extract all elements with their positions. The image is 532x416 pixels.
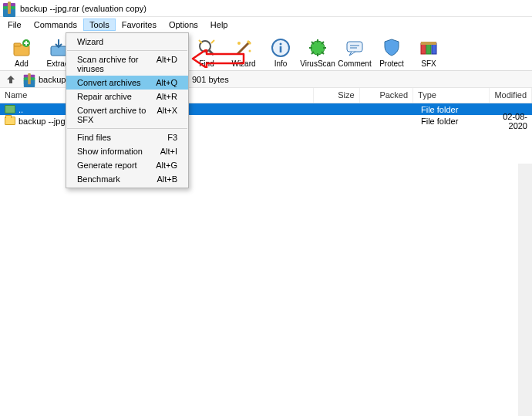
info-icon [270, 37, 291, 59]
comment-icon [344, 37, 365, 59]
tools-dropdown: Wizard Scan archive for virusesAlt+D Con… [66, 32, 189, 188]
list-item-type: File folder [416, 117, 493, 126]
menu-separator [67, 50, 187, 51]
comment-label: Comment [338, 59, 371, 68]
wizard-icon [233, 37, 254, 59]
virusscan-button[interactable]: VirusScan [299, 37, 336, 68]
window-title: backup --jpg.rar (evaluation copy) [20, 4, 146, 13]
protect-button[interactable]: Protect [373, 37, 410, 68]
menu-scan-viruses[interactable]: Scan archive for virusesAlt+D [66, 52, 188, 76]
list-item-modified: 02-08-2020 [493, 112, 532, 130]
menu-file[interactable]: File [2, 19, 28, 31]
find-label: Find [199, 59, 214, 68]
list-item-name: .. [19, 105, 23, 114]
col-size-header[interactable]: Size [314, 88, 360, 103]
vertical-scrollbar[interactable] [518, 164, 532, 416]
menu-convert-archives[interactable]: Convert archivesAlt+Q [66, 76, 188, 90]
col-packed-header[interactable]: Packed [360, 88, 414, 103]
svg-rect-13 [426, 43, 431, 54]
add-label: Add [15, 59, 29, 68]
wizard-button[interactable]: Wizard [225, 37, 262, 68]
add-button[interactable]: Add [3, 37, 40, 68]
menu-find-files[interactable]: Find filesF3 [66, 130, 188, 144]
svg-rect-9 [280, 46, 282, 52]
menu-repair-archive[interactable]: Repair archiveAlt+R [66, 90, 188, 103]
svg-rect-12 [421, 43, 426, 54]
menu-convert-sfx[interactable]: Convert archive to SFXAlt+X [66, 103, 188, 127]
archive-icon [24, 74, 35, 84]
menubar: File Commands Tools Favorites Options He… [0, 17, 532, 32]
menu-options[interactable]: Options [163, 19, 204, 31]
titlebar: backup --jpg.rar (evaluation copy) [0, 0, 532, 17]
menu-tools[interactable]: Tools [83, 19, 116, 31]
find-button[interactable]: Find [188, 37, 225, 68]
find-icon [196, 37, 217, 59]
menu-benchmark[interactable]: BenchmarkAlt+B [66, 172, 188, 186]
app-window: backup --jpg.rar (evaluation copy) File … [0, 0, 532, 416]
add-icon [11, 37, 32, 59]
svg-rect-15 [421, 42, 436, 45]
menu-wizard[interactable]: Wizard [66, 35, 188, 49]
folder-icon [5, 117, 15, 125]
parent-folder-icon [5, 105, 15, 113]
menu-commands[interactable]: Commands [28, 19, 83, 31]
svg-point-5 [237, 42, 241, 45]
svg-point-6 [249, 49, 251, 52]
menu-show-information[interactable]: Show informationAlt+I [66, 144, 188, 158]
wizard-label: Wizard [231, 59, 255, 68]
menu-favorites[interactable]: Favorites [116, 19, 163, 31]
col-type-header[interactable]: Type [413, 88, 490, 103]
virusscan-icon [307, 37, 328, 59]
svg-point-8 [280, 42, 282, 45]
col-modified-header[interactable]: Modified [490, 88, 532, 103]
sfx-icon [418, 37, 439, 59]
up-button[interactable] [3, 73, 19, 86]
sfx-button[interactable]: SFX [410, 37, 447, 68]
protect-label: Protect [379, 59, 404, 68]
info-button[interactable]: Info [262, 37, 299, 68]
menu-generate-report[interactable]: Generate reportAlt+G [66, 158, 188, 172]
info-label: Info [274, 59, 288, 68]
list-item-type: File folder [416, 105, 493, 114]
virusscan-label: VirusScan [300, 59, 335, 68]
svg-rect-11 [347, 42, 362, 52]
svg-rect-1 [14, 43, 21, 46]
protect-icon [381, 37, 402, 59]
menu-help[interactable]: Help [204, 19, 234, 31]
list-item-name: backup --jpg [19, 117, 66, 126]
app-icon [3, 2, 15, 15]
comment-button[interactable]: Comment [336, 37, 373, 68]
svg-rect-14 [432, 43, 436, 54]
sfx-label: SFX [421, 59, 436, 68]
menu-separator [67, 128, 187, 129]
archive-info-fragment: 901 bytes [192, 75, 229, 84]
